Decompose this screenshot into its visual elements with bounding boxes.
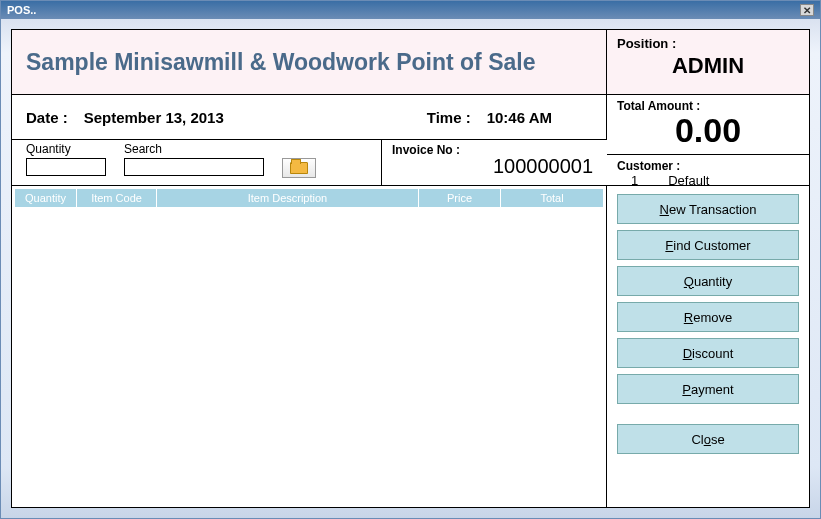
datetime-cell: Date : September 13, 2013 Time : 10:46 A… [12,95,607,140]
close-icon[interactable]: ✕ [800,4,814,16]
total-cell: Total Amount : 0.00 Customer : 1 Default [607,95,809,185]
top-grid: Sample Minisawmill & Woodwork Point of S… [12,30,809,186]
action-buttons-column: New Transaction Find Customer Quantity R… [607,186,809,507]
qty-search-invoice-row: Quantity Search Invoice No : 100000001 [12,140,607,185]
date-value: September 13, 2013 [84,109,224,126]
app-title-cell: Sample Minisawmill & Woodwork Point of S… [12,30,607,95]
customer-name: Default [668,173,709,188]
qty-search-group: Quantity Search [12,140,382,185]
titlebar: POS.. ✕ [1,1,820,19]
quantity-field-group: Quantity [26,142,106,176]
position-label: Position : [617,36,799,51]
col-total: Total [501,189,603,207]
content-frame: Sample Minisawmill & Woodwork Point of S… [11,29,810,508]
date-label: Date : [26,109,68,126]
search-label: Search [124,142,264,156]
col-item-description: Item Description [157,189,419,207]
invoice-number: 100000001 [392,155,597,178]
remove-button[interactable]: Remove [617,302,799,332]
customer-label: Customer : [617,159,680,173]
position-value: ADMIN [617,53,799,79]
discount-button[interactable]: Discount [617,338,799,368]
find-customer-button[interactable]: Find Customer [617,230,799,260]
app-title: Sample Minisawmill & Woodwork Point of S… [26,49,535,76]
bottom-area: Quantity Item Code Item Description Pric… [12,186,809,507]
quantity-button[interactable]: Quantity [617,266,799,296]
invoice-cell: Invoice No : 100000001 [382,140,607,185]
pos-window: POS.. ✕ Sample Minisawmill & Woodwork Po… [0,0,821,519]
new-transaction-button[interactable]: New Transaction [617,194,799,224]
window-title: POS.. [7,4,36,16]
position-cell: Position : ADMIN [607,30,809,95]
folder-open-icon [290,162,308,174]
search-input[interactable] [124,158,264,176]
col-quantity: Quantity [15,189,77,207]
grid-header-row: Quantity Item Code Item Description Pric… [15,189,603,207]
items-grid: Quantity Item Code Item Description Pric… [12,186,607,507]
payment-button[interactable]: Payment [617,374,799,404]
total-amount: 0.00 [607,111,809,155]
col-item-code: Item Code [77,189,157,207]
quantity-input[interactable] [26,158,106,176]
customer-id: 1 [631,173,638,188]
quantity-label: Quantity [26,142,106,156]
search-field-group: Search [124,142,264,176]
time-value: 10:46 AM [487,109,552,126]
col-price: Price [419,189,501,207]
browse-button[interactable] [282,158,316,178]
close-button[interactable]: Close [617,424,799,454]
time-label: Time : [427,109,471,126]
